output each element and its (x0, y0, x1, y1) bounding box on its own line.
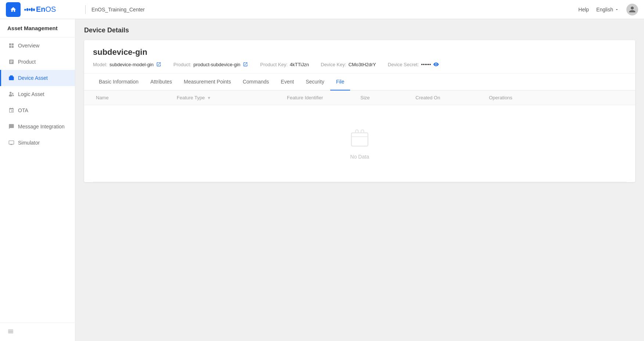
app-header: EnOS EnOS_Training_Center Help English (0, 0, 644, 19)
device-secret-value: •••••• (421, 62, 431, 67)
model-info: Model: subdevice-model-gin (93, 61, 162, 67)
device-secret-info: Device Secret: •••••• (388, 61, 439, 67)
sidebar-item-label: Logic Asset (18, 91, 44, 97)
sidebar-bottom (0, 323, 75, 341)
product-link-icon[interactable] (242, 61, 248, 67)
logo-area: EnOS (6, 2, 79, 17)
device-asset-icon (8, 75, 14, 81)
language-label: English (596, 7, 613, 13)
col-size: Size (357, 90, 413, 105)
device-name: subdevice-gin (93, 47, 626, 57)
filter-icon[interactable]: ▼ (207, 96, 211, 100)
product-key-value: 4kTTiJzn (290, 62, 309, 67)
col-feature-type: Feature Type ▼ (174, 90, 284, 105)
tab-basic-information[interactable]: Basic Information (93, 74, 144, 90)
sidebar-item-message-integration[interactable]: Message Integration (0, 118, 75, 135)
no-data-section: No Data (84, 105, 635, 182)
collapse-icon[interactable] (7, 328, 14, 335)
tab-attributes[interactable]: Attributes (144, 74, 178, 90)
device-key-info: Device Key: CMo3tH2drY (321, 62, 376, 67)
overview-icon (8, 43, 14, 49)
chevron-down-icon (615, 7, 619, 12)
sidebar-item-logic-asset[interactable]: Logic Asset (0, 86, 75, 102)
sidebar-item-label: OTA (18, 107, 28, 113)
message-integration-icon (8, 124, 14, 129)
tab-measurement-points[interactable]: Measurement Points (178, 74, 237, 90)
sidebar-item-label: Device Asset (18, 75, 48, 81)
table-bottom-divider (93, 182, 626, 182)
product-value: product-subdevice-gin (193, 62, 240, 67)
device-meta: Model: subdevice-model-gin Product: prod… (93, 61, 626, 67)
model-value: subdevice-model-gin (109, 62, 154, 67)
product-info: Product: product-subdevice-gin (173, 61, 248, 67)
enos-logo: EnOS (24, 5, 56, 14)
sidebar-item-device-asset[interactable]: Device Asset (0, 70, 75, 86)
page-title: Device Details (75, 19, 644, 40)
avatar-icon (629, 6, 636, 13)
model-link-icon[interactable] (156, 61, 162, 67)
header-divider (85, 5, 86, 14)
col-feature-identifier: Feature Identifier (284, 90, 357, 105)
language-selector[interactable]: English (596, 7, 619, 13)
model-label: Model: (93, 62, 107, 67)
svg-rect-0 (352, 133, 368, 146)
tab-security[interactable]: Security (300, 74, 330, 90)
tab-file[interactable]: File (330, 74, 350, 90)
sidebar-item-simulator[interactable]: Simulator (0, 135, 75, 151)
content-area: Device Details subdevice-gin Model: subd… (75, 19, 644, 341)
help-link[interactable]: Help (578, 7, 589, 13)
header-right: Help English (578, 4, 638, 15)
show-secret-icon[interactable] (433, 61, 439, 67)
no-data-text: No Data (350, 154, 369, 160)
device-name-section: subdevice-gin Model: subdevice-model-gin… (84, 40, 635, 74)
sidebar-item-label: Simulator (18, 140, 40, 146)
user-avatar[interactable] (626, 4, 638, 15)
product-key-info: Product Key: 4kTTiJzn (260, 62, 309, 67)
sidebar-item-product[interactable]: Product (0, 54, 75, 70)
sidebar-item-ota[interactable]: OTA (0, 102, 75, 118)
sidebar-item-overview[interactable]: Overview (0, 38, 75, 54)
sidebar: Asset Management Overview Product Device… (0, 19, 75, 341)
ota-icon (8, 107, 14, 113)
sidebar-item-label: Overview (18, 43, 39, 49)
sidebar-title: Asset Management (0, 19, 75, 38)
product-label: Product: (173, 62, 191, 67)
device-secret-label: Device Secret: (388, 62, 419, 67)
tab-event[interactable]: Event (275, 74, 300, 90)
col-created-on: Created On (413, 90, 486, 105)
main-layout: Asset Management Overview Product Device… (0, 19, 644, 341)
logic-asset-icon (8, 91, 14, 97)
device-key-label: Device Key: (321, 62, 346, 67)
sidebar-item-label: Message Integration (18, 124, 65, 129)
file-table: Name Feature Type ▼ Feature Identifier S… (84, 90, 635, 182)
product-icon (8, 59, 14, 65)
col-name: Name (93, 90, 174, 105)
device-details-card: subdevice-gin Model: subdevice-model-gin… (84, 40, 635, 182)
header-app-title: EnOS_Training_Center (91, 7, 578, 13)
tabs-bar: Basic Information Attributes Measurement… (84, 74, 635, 90)
device-key-value: CMo3tH2drY (348, 62, 376, 67)
no-data-icon (349, 127, 371, 149)
tab-commands[interactable]: Commands (237, 74, 275, 90)
sidebar-item-label: Product (18, 59, 36, 65)
simulator-icon (8, 140, 14, 146)
home-button[interactable] (6, 2, 21, 17)
col-operations: Operations (486, 90, 626, 105)
product-key-label: Product Key: (260, 62, 287, 67)
table-header: Name Feature Type ▼ Feature Identifier S… (84, 90, 635, 105)
